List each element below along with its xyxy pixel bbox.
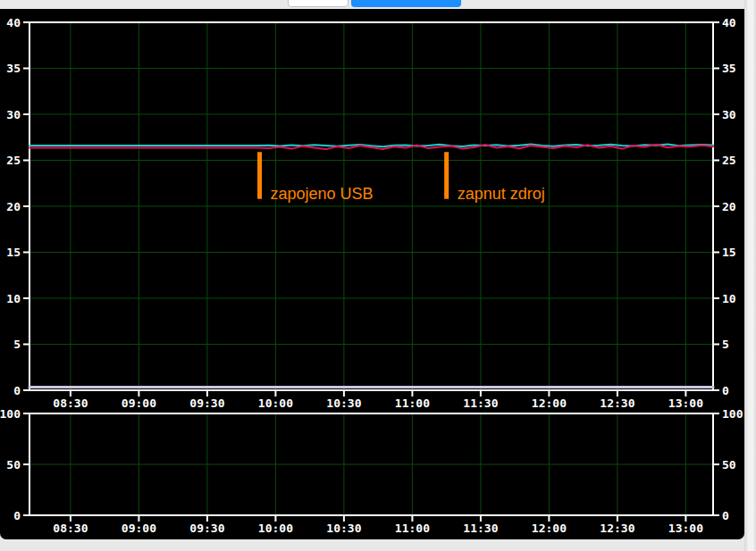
y-axis-label-left: 30 bbox=[6, 108, 21, 121]
x-axis-label: 12:00 bbox=[532, 397, 567, 410]
y-axis-label-right: 15 bbox=[722, 246, 736, 259]
y-axis-label-left: 5 bbox=[13, 338, 21, 351]
y-axis-label-right: 30 bbox=[722, 108, 736, 121]
x-axis-label: 10:30 bbox=[326, 522, 361, 535]
scrollbar[interactable] bbox=[744, 0, 756, 551]
y-axis-label-left: 25 bbox=[6, 154, 21, 167]
x-axis-label: 12:00 bbox=[532, 522, 567, 535]
x-axis-label: 08:30 bbox=[53, 397, 88, 410]
top-toolbar bbox=[0, 0, 756, 9]
y-axis-label-right: 50 bbox=[722, 458, 736, 472]
x-axis-label: 09:30 bbox=[189, 522, 224, 535]
x-axis-label: 09:30 bbox=[189, 397, 224, 410]
bottom-margin bbox=[0, 539, 756, 551]
x-axis-label: 09:00 bbox=[122, 522, 156, 535]
x-axis-label: 11:00 bbox=[395, 522, 430, 535]
x-axis-label: 11:30 bbox=[463, 397, 498, 410]
y-axis-label-left: 40 bbox=[6, 16, 21, 29]
x-axis-label: 11:30 bbox=[463, 522, 498, 535]
y-axis-label-left: 0 bbox=[13, 384, 21, 397]
y-axis-label-left: 50 bbox=[6, 458, 21, 472]
toolbar-button[interactable] bbox=[351, 0, 461, 7]
y-axis-label-left: 10 bbox=[6, 292, 21, 305]
x-axis-label: 13:00 bbox=[668, 397, 703, 410]
x-axis-label: 10:30 bbox=[326, 397, 361, 410]
x-axis-label: 10:00 bbox=[258, 522, 293, 535]
x-axis-label: 09:00 bbox=[122, 397, 156, 410]
chart-panel: 0055101015152020252530303535404008:3009:… bbox=[0, 9, 744, 539]
y-axis-label-right: 25 bbox=[722, 154, 736, 167]
x-axis-label: 12:30 bbox=[600, 397, 634, 410]
y-axis-label-left: 20 bbox=[6, 200, 21, 213]
y-axis-label-right: 100 bbox=[722, 407, 743, 421]
y-axis-label-right: 10 bbox=[722, 292, 736, 305]
toolbar-input[interactable] bbox=[288, 0, 349, 7]
x-axis-label: 08:30 bbox=[53, 522, 88, 535]
y-axis-label-right: 35 bbox=[722, 62, 736, 75]
annotation-label: zapnut zdroj bbox=[458, 185, 545, 203]
y-axis-label-right: 0 bbox=[722, 384, 729, 397]
y-axis-label-left: 100 bbox=[0, 407, 21, 421]
y-axis-label-right: 20 bbox=[722, 200, 736, 213]
x-axis-label: 13:00 bbox=[668, 522, 703, 535]
y-axis-label-right: 40 bbox=[722, 16, 736, 29]
y-axis-label-right: 0 bbox=[722, 509, 729, 522]
x-axis-label: 10:00 bbox=[258, 397, 293, 410]
y-axis-label-left: 0 bbox=[13, 509, 21, 522]
x-axis-label: 12:30 bbox=[600, 522, 634, 535]
y-axis-label-left: 15 bbox=[6, 246, 21, 259]
y-axis-label-left: 35 bbox=[6, 62, 21, 75]
y-axis-label-right: 5 bbox=[722, 338, 729, 351]
annotation-label: zapojeno USB bbox=[271, 185, 374, 203]
charts-canvas: 0055101015152020252530303535404008:3009:… bbox=[0, 9, 744, 539]
x-axis-label: 11:00 bbox=[395, 397, 430, 410]
